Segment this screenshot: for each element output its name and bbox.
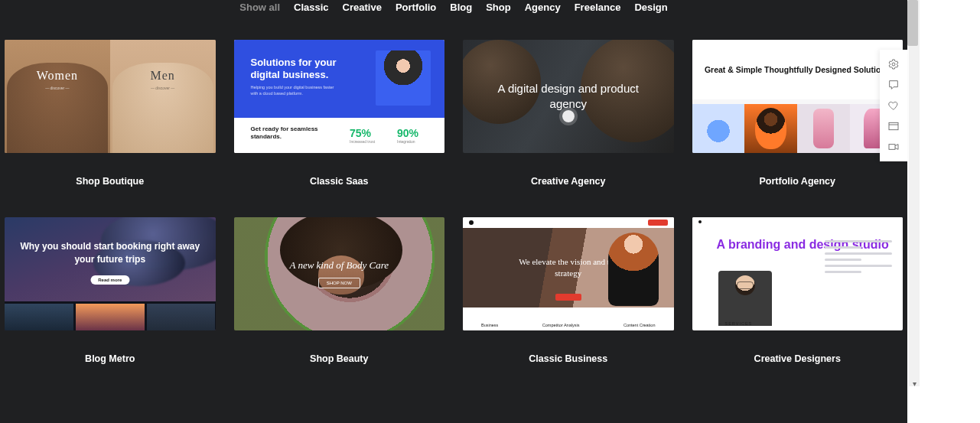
thumb-headline: A digital design and product agency bbox=[478, 81, 659, 112]
template-thumbnail: We elevate the vision and the strategy B… bbox=[463, 217, 674, 330]
template-title: Creative Agency bbox=[531, 176, 606, 187]
template-title: Blog Metro bbox=[85, 353, 135, 364]
template-gallery-page: Show all Classic Creative Portfolio Blog… bbox=[0, 0, 907, 423]
filter-freelance[interactable]: Freelance bbox=[575, 2, 621, 13]
filter-portfolio[interactable]: Portfolio bbox=[396, 2, 436, 13]
heart-icon[interactable] bbox=[887, 99, 900, 112]
template-card[interactable]: Women Men — discover — — discover — Shop… bbox=[5, 40, 216, 217]
template-title: Shop Boutique bbox=[76, 176, 144, 187]
thumb-button: Read more bbox=[90, 275, 129, 285]
template-thumbnail: A new kind of Body Care SHOP NOW bbox=[234, 217, 445, 330]
thumb-caption: Get ready for seamless standards. bbox=[234, 118, 350, 153]
chat-icon[interactable] bbox=[887, 79, 900, 91]
template-card[interactable]: A new kind of Body Care SHOP NOW Shop Be… bbox=[234, 217, 445, 364]
template-thumbnail: Great & Simple Thoughtfully Designed Sol… bbox=[692, 40, 903, 153]
thumb-label-women: Women bbox=[5, 69, 110, 83]
svg-rect-1 bbox=[889, 122, 898, 129]
svg-point-0 bbox=[892, 63, 895, 66]
filter-blog[interactable]: Blog bbox=[450, 2, 472, 13]
thumb-photo bbox=[376, 50, 431, 106]
filter-design[interactable]: Design bbox=[634, 2, 667, 13]
template-grid: Women Men — discover — — discover — Shop… bbox=[0, 40, 907, 364]
template-thumbnail: A branding and design studio ← SERVICES bbox=[692, 217, 903, 330]
template-thumbnail: A digital design and product agency bbox=[463, 40, 674, 153]
template-card[interactable]: We elevate the vision and the strategy B… bbox=[463, 217, 674, 364]
thumb-subhead: Helping you build your digital business … bbox=[251, 84, 335, 97]
thumb-label-men: Men bbox=[110, 69, 216, 83]
thumb-headline: Solutions for your digital business. bbox=[251, 57, 350, 82]
filter-agency[interactable]: Agency bbox=[525, 2, 561, 13]
scrollbar-thumb[interactable] bbox=[907, 0, 918, 46]
thumb-caption: ← SERVICES bbox=[718, 321, 753, 326]
template-card[interactable]: Why you should start booking right away … bbox=[5, 217, 216, 364]
thumb-headline: A new kind of Body Care bbox=[289, 259, 389, 272]
template-title: Creative Designers bbox=[754, 353, 841, 364]
play-icon bbox=[562, 110, 575, 122]
svg-rect-3 bbox=[889, 144, 895, 149]
gear-icon[interactable] bbox=[887, 58, 900, 70]
template-title: Classic Saas bbox=[310, 176, 368, 187]
scroll-down-arrow[interactable]: ▾ bbox=[909, 378, 920, 389]
filter-shop[interactable]: Shop bbox=[486, 2, 511, 13]
layout-icon[interactable] bbox=[887, 120, 900, 132]
filter-show-all[interactable]: Show all bbox=[239, 2, 280, 13]
category-filter-bar: Show all Classic Creative Portfolio Blog… bbox=[0, 0, 907, 40]
scrollbar-track[interactable] bbox=[909, 0, 920, 386]
template-card[interactable]: A branding and design studio ← SERVICES … bbox=[692, 217, 903, 364]
template-thumbnail: Why you should start booking right away … bbox=[5, 217, 216, 330]
thumb-headline: Why you should start booking right away … bbox=[5, 240, 216, 266]
template-thumbnail: Women Men — discover — — discover — bbox=[5, 40, 216, 153]
template-title: Classic Business bbox=[529, 353, 607, 364]
template-title: Shop Beauty bbox=[310, 353, 368, 364]
template-card[interactable]: Great & Simple Thoughtfully Designed Sol… bbox=[692, 40, 903, 217]
template-title: Portfolio Agency bbox=[759, 176, 835, 187]
filter-creative[interactable]: Creative bbox=[343, 2, 382, 13]
thumb-button: SHOP NOW bbox=[318, 278, 360, 288]
template-card[interactable]: Solutions for your digital business. Hel… bbox=[234, 40, 445, 217]
action-rail bbox=[880, 50, 907, 161]
video-icon[interactable] bbox=[887, 141, 900, 153]
thumb-headline: Great & Simple Thoughtfully Designed Sol… bbox=[705, 64, 890, 76]
template-thumbnail: Solutions for your digital business. Hel… bbox=[234, 40, 445, 153]
filter-classic[interactable]: Classic bbox=[294, 2, 329, 13]
template-card[interactable]: A digital design and product agency Crea… bbox=[463, 40, 674, 217]
